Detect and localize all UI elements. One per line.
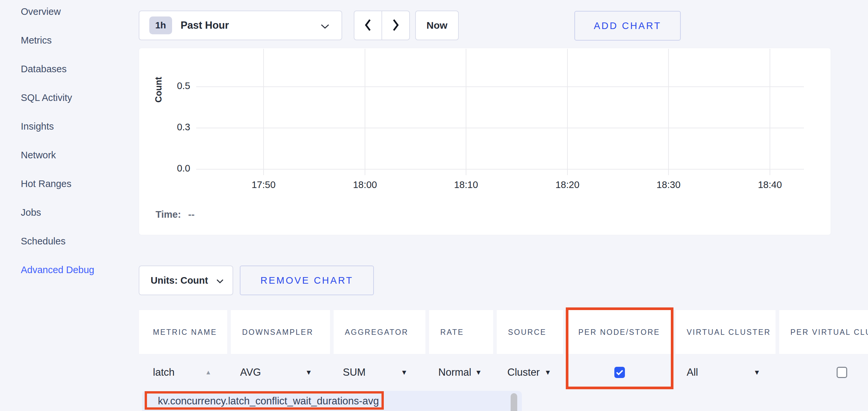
per-node-store-cell (567, 353, 672, 391)
y-tick-label: 0.0 (155, 163, 190, 174)
y-gridline (196, 169, 804, 170)
virtual-cluster-select[interactable]: All ▼ (676, 353, 776, 391)
plot-area[interactable]: 0.50.30.017:5018:0018:1018:2018:3018:40 (196, 49, 804, 169)
time-range-selector[interactable]: 1h Past Hour (139, 10, 342, 40)
column-header-metric-name: METRIC NAME (139, 310, 227, 354)
chart-card: Count 0.50.30.017:5018:0018:1018:2018:30… (139, 48, 831, 235)
metric-name-input[interactable]: latch ▲ (139, 353, 227, 391)
time-pager (354, 10, 410, 40)
x-tick-label: 18:10 (443, 179, 489, 190)
column-header-aggregator: AGGREGATOR (334, 310, 426, 354)
per-virtual-cluster-cell (779, 353, 868, 391)
source-select[interactable]: Cluster ▼ (497, 353, 563, 391)
chevron-down-icon (320, 24, 330, 30)
x-tick-label: 18:00 (342, 179, 388, 190)
column-header-source: SOURCE (497, 310, 563, 354)
caret-down-icon: ▼ (305, 369, 312, 376)
sidebar-item-metrics[interactable]: Metrics (21, 34, 94, 46)
custom-chart-debug-page: Overview Metrics Databases SQL Activity … (0, 0, 868, 411)
sidebar-item-databases[interactable]: Databases (21, 63, 94, 75)
metric-suggestion-item[interactable]: kv.concurrency.latch_conflict_wait_durat… (158, 395, 379, 407)
column-header-per-node-store: PER NODE/STORE (567, 310, 672, 354)
x-gridline (365, 49, 365, 175)
downsampler-select[interactable]: AVG ▼ (231, 353, 330, 391)
x-tick-label: 18:20 (544, 179, 591, 190)
caret-down-icon: ▼ (475, 369, 482, 376)
y-gridline (196, 87, 804, 87)
x-tick-label: 18:40 (747, 179, 793, 190)
metric-suggestions-dropdown: kv.concurrency.latch_conflict_wait_durat… (142, 391, 522, 411)
chevron-down-icon (208, 275, 224, 286)
remove-chart-button[interactable]: REMOVE CHART (240, 266, 374, 295)
units-select-label: Units: Count (151, 275, 208, 286)
x-gridline (263, 49, 264, 175)
sidebar-item-schedules[interactable]: Schedules (21, 235, 94, 247)
caret-up-icon: ▲ (205, 369, 211, 376)
column-header-rate: RATE (429, 310, 493, 354)
chevron-left-icon (364, 18, 372, 33)
caret-down-icon: ▼ (401, 369, 408, 376)
sidebar-item-network[interactable]: Network (21, 149, 94, 161)
per-node-store-checkbox[interactable] (614, 367, 625, 378)
sidebar-item-insights[interactable]: Insights (21, 121, 94, 133)
time-label: Time: (156, 209, 181, 220)
caret-down-icon: ▼ (753, 369, 760, 376)
sidebar-item-advanced-debug[interactable]: Advanced Debug (21, 264, 94, 276)
column-header-downsampler: DOWNSAMPLER (231, 310, 330, 354)
sidebar: Overview Metrics Databases SQL Activity … (21, 6, 94, 276)
prev-time-button[interactable] (354, 11, 381, 40)
sidebar-item-sql-activity[interactable]: SQL Activity (21, 92, 94, 104)
source-value: Cluster (507, 367, 540, 378)
chart-hover-time: Time:-- (156, 209, 194, 220)
y-tick-label: 0.5 (155, 80, 190, 91)
x-gridline (770, 49, 770, 175)
chevron-right-icon (392, 18, 400, 33)
x-tick-label: 18:30 (645, 179, 692, 190)
x-tick-label: 17:50 (241, 179, 287, 190)
time-range-badge: 1h (149, 16, 172, 34)
x-gridline (668, 49, 669, 175)
aggregator-select[interactable]: SUM ▼ (334, 353, 426, 391)
column-header-virtual-cluster: VIRTUAL CLUSTER (676, 310, 776, 354)
y-tick-label: 0.3 (155, 122, 190, 133)
aggregator-value: SUM (343, 367, 366, 378)
x-gridline (466, 49, 466, 175)
time-value: -- (188, 209, 194, 220)
units-select[interactable]: Units: Count (139, 266, 233, 295)
sidebar-item-jobs[interactable]: Jobs (21, 206, 94, 219)
add-chart-button[interactable]: ADD CHART (575, 11, 681, 41)
rate-select[interactable]: Normal ▼ (429, 353, 493, 391)
sidebar-item-overview[interactable]: Overview (21, 6, 94, 18)
column-header-per-virtual-cluster: PER VIRTUAL CLUSTER (779, 310, 868, 354)
now-button[interactable]: Now (415, 10, 459, 40)
downsampler-value: AVG (240, 367, 261, 378)
virtual-cluster-value: All (687, 367, 698, 378)
sidebar-item-hot-ranges[interactable]: Hot Ranges (21, 178, 94, 190)
next-time-button[interactable] (382, 11, 409, 40)
rate-value: Normal (438, 367, 471, 378)
per-virtual-cluster-checkbox[interactable] (837, 367, 847, 378)
x-gridline (567, 49, 568, 175)
time-range-label: Past Hour (181, 20, 229, 31)
caret-down-icon: ▼ (544, 369, 551, 376)
y-gridline (196, 128, 804, 128)
dropdown-scrollbar[interactable] (510, 393, 517, 411)
metric-name-value: latch (153, 367, 175, 378)
